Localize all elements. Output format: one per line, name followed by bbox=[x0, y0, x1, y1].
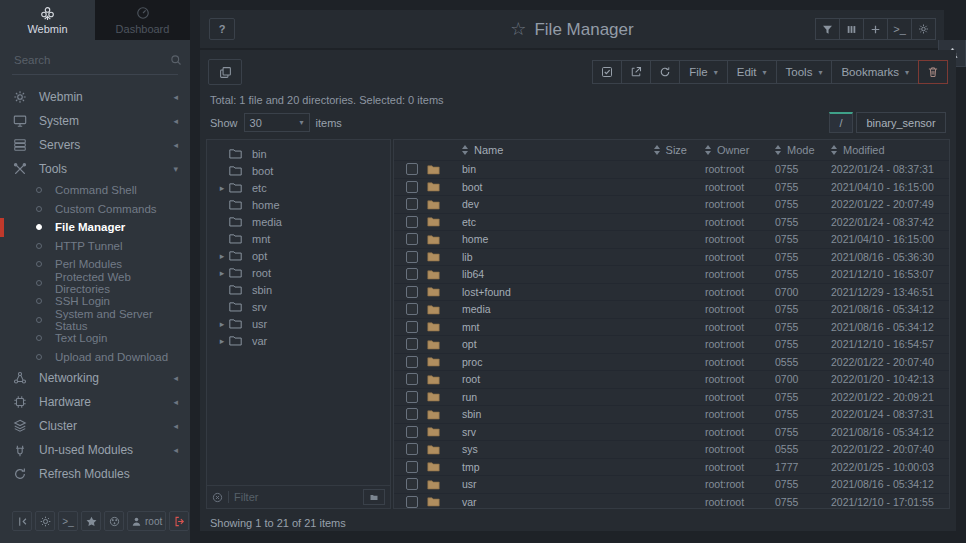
tree-item-usr[interactable]: ▸usr bbox=[207, 315, 390, 332]
file-name[interactable]: etc bbox=[448, 216, 597, 228]
logout-button[interactable] bbox=[169, 511, 189, 531]
path-input[interactable]: binary_sensor bbox=[856, 112, 946, 133]
table-row[interactable]: runroot:root07552022/01/22 - 20:09:21 bbox=[394, 389, 949, 407]
help-button[interactable]: ? bbox=[209, 18, 235, 40]
row-checkbox[interactable] bbox=[406, 356, 418, 368]
sidebar-item-upload-and-download[interactable]: Upload and Download bbox=[0, 348, 190, 367]
file-name[interactable]: boot bbox=[448, 181, 597, 193]
sidebar-item-protected-web-directories[interactable]: Protected Web Directories bbox=[0, 274, 190, 293]
sidebar-item-hardware[interactable]: Hardware◂ bbox=[0, 390, 190, 414]
sidebar-item-system-and-server-status[interactable]: System and Server Status bbox=[0, 311, 190, 330]
row-checkbox[interactable] bbox=[406, 408, 418, 420]
columns-button[interactable] bbox=[839, 18, 864, 40]
row-checkbox[interactable] bbox=[406, 303, 418, 315]
expand-arrow-icon[interactable]: ▸ bbox=[220, 319, 225, 329]
file-name[interactable]: srv bbox=[448, 426, 597, 438]
file-name[interactable]: opt bbox=[448, 338, 597, 350]
file-name[interactable]: media bbox=[448, 303, 597, 315]
file-name[interactable]: usr bbox=[448, 478, 597, 490]
row-checkbox[interactable] bbox=[406, 268, 418, 280]
file-name[interactable]: dev bbox=[448, 198, 597, 210]
tree-item-sbin[interactable]: sbin bbox=[207, 281, 390, 298]
table-row[interactable]: tmproot:root17772022/01/25 - 10:00:03 bbox=[394, 459, 949, 477]
trash-button[interactable] bbox=[918, 60, 948, 84]
menu-bookmarks-button[interactable]: Bookmarks▾ bbox=[831, 60, 919, 84]
filter-funnel-button[interactable] bbox=[815, 18, 840, 40]
sidebar-item-command-shell[interactable]: Command Shell bbox=[0, 181, 190, 200]
tab-dashboard[interactable]: Dashboard bbox=[95, 0, 190, 40]
row-checkbox[interactable] bbox=[406, 461, 418, 473]
file-name[interactable]: sbin bbox=[448, 408, 597, 420]
sidebar-item-tools[interactable]: Tools▾ bbox=[0, 157, 190, 181]
search-input[interactable] bbox=[12, 53, 170, 67]
file-name[interactable]: lost+found bbox=[448, 286, 597, 298]
menu-file-button[interactable]: File▾ bbox=[679, 60, 728, 84]
page-size-select[interactable]: 30 ▾ bbox=[244, 113, 310, 132]
file-name[interactable]: bin bbox=[448, 163, 597, 175]
sidebar-item-system[interactable]: System◂ bbox=[0, 109, 190, 133]
row-checkbox[interactable] bbox=[406, 426, 418, 438]
table-row[interactable]: varroot:root07552021/12/10 - 17:01:55 bbox=[394, 494, 949, 510]
table-row[interactable]: libroot:root07552021/08/16 - 05:36:30 bbox=[394, 249, 949, 267]
add-tab-button[interactable] bbox=[863, 18, 888, 40]
settings-gear-button[interactable] bbox=[911, 18, 936, 40]
expand-arrow-icon[interactable]: ▸ bbox=[220, 251, 225, 261]
user-button[interactable]: root bbox=[127, 511, 166, 531]
night-mode-button[interactable] bbox=[35, 511, 55, 531]
row-checkbox[interactable] bbox=[406, 478, 418, 490]
tree-folder-button[interactable] bbox=[363, 489, 385, 505]
tree-filter-input[interactable]: Filter bbox=[234, 491, 363, 503]
row-checkbox[interactable] bbox=[406, 233, 418, 245]
table-row[interactable]: mntroot:root07552021/08/16 - 05:34:12 bbox=[394, 319, 949, 337]
share-export-button[interactable] bbox=[621, 60, 651, 84]
file-name[interactable]: home bbox=[448, 233, 597, 245]
file-name[interactable]: proc bbox=[448, 356, 597, 368]
sidebar-item-http-tunnel[interactable]: HTTP Tunnel bbox=[0, 237, 190, 256]
row-checkbox[interactable] bbox=[406, 286, 418, 298]
table-row[interactable]: sbinroot:root07552022/01/24 - 08:37:31 bbox=[394, 406, 949, 424]
sidebar-item-servers[interactable]: Servers◂ bbox=[0, 133, 190, 157]
terminal-topbar-button[interactable]: >_ bbox=[887, 18, 912, 40]
column-header-owner[interactable]: Owner bbox=[691, 144, 767, 156]
tree-item-home[interactable]: home bbox=[207, 196, 390, 213]
table-row[interactable]: devroot:root07552022/01/22 - 20:07:49 bbox=[394, 196, 949, 214]
sidebar-item-refresh-modules[interactable]: Refresh Modules bbox=[0, 462, 190, 486]
tree-item-opt[interactable]: ▸opt bbox=[207, 247, 390, 264]
menu-edit-button[interactable]: Edit▾ bbox=[727, 60, 777, 84]
file-name[interactable]: sys bbox=[448, 443, 597, 455]
row-checkbox[interactable] bbox=[406, 373, 418, 385]
terminal-button[interactable]: >_ bbox=[58, 511, 78, 531]
expand-arrow-icon[interactable]: ▸ bbox=[220, 268, 225, 278]
sidebar-item-text-login[interactable]: Text Login bbox=[0, 329, 190, 348]
table-row[interactable]: usrroot:root07552021/08/16 - 05:34:12 bbox=[394, 476, 949, 494]
file-name[interactable]: tmp bbox=[448, 461, 597, 473]
expand-arrow-icon[interactable]: ▸ bbox=[220, 183, 225, 193]
table-row[interactable]: procroot:root05552022/01/22 - 20:07:40 bbox=[394, 354, 949, 372]
copy-path-button[interactable] bbox=[208, 59, 242, 85]
table-row[interactable]: binroot:root07552022/01/24 - 08:37:31 bbox=[394, 161, 949, 179]
menu-tools-button[interactable]: Tools▾ bbox=[776, 60, 833, 84]
table-row[interactable]: mediaroot:root07552021/08/16 - 05:34:12 bbox=[394, 301, 949, 319]
sidebar-item-un-used-modules[interactable]: Un-used Modules◂ bbox=[0, 438, 190, 462]
row-checkbox[interactable] bbox=[406, 321, 418, 333]
tree-item-etc[interactable]: ▸etc bbox=[207, 179, 390, 196]
row-checkbox[interactable] bbox=[406, 443, 418, 455]
file-name[interactable]: root bbox=[448, 373, 597, 385]
file-name[interactable]: mnt bbox=[448, 321, 597, 333]
sidebar-item-file-manager[interactable]: File Manager bbox=[0, 218, 190, 237]
file-name[interactable]: lib64 bbox=[448, 268, 597, 280]
file-name[interactable]: run bbox=[448, 391, 597, 403]
sidebar-item-cluster[interactable]: Cluster◂ bbox=[0, 414, 190, 438]
row-checkbox[interactable] bbox=[406, 163, 418, 175]
column-header-modified[interactable]: Modified bbox=[825, 144, 949, 156]
refresh-button[interactable] bbox=[650, 60, 680, 84]
row-checkbox[interactable] bbox=[406, 496, 418, 508]
tree-item-root[interactable]: ▸root bbox=[207, 264, 390, 281]
column-header-name[interactable]: Name bbox=[448, 144, 597, 156]
file-name[interactable]: lib bbox=[448, 251, 597, 263]
row-checkbox[interactable] bbox=[406, 391, 418, 403]
table-row[interactable]: bootroot:root07552021/04/10 - 16:15:00 bbox=[394, 179, 949, 197]
favorite-star-icon[interactable]: ☆ bbox=[510, 19, 526, 39]
root-path-button[interactable]: / bbox=[829, 112, 853, 133]
sidebar-item-networking[interactable]: Networking◂ bbox=[0, 366, 190, 390]
